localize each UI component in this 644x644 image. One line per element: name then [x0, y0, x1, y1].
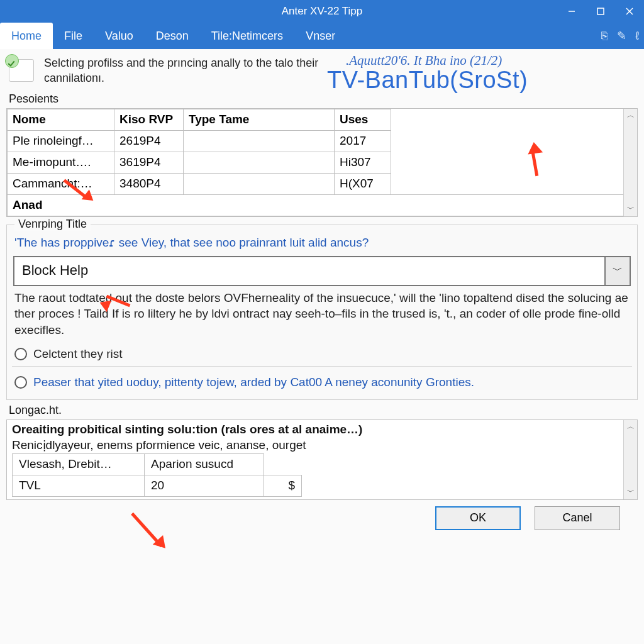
- patients-scrollbar[interactable]: ︿ ﹀: [623, 109, 637, 216]
- document-check-icon: [6, 55, 36, 86]
- scroll-up-icon[interactable]: ︿: [624, 109, 637, 123]
- cell[interactable]: Ple rinoleingf…: [8, 130, 114, 152]
- description-text: Selcting profilss and the prıncing anall…: [44, 55, 346, 86]
- table-footer-row[interactable]: Anad: [8, 194, 638, 216]
- link-icon[interactable]: ℓ: [635, 30, 639, 43]
- cell[interactable]: 20: [145, 475, 264, 496]
- table-row[interactable]: Ple rinoleingf… 2619P4 2017: [8, 130, 638, 152]
- table-header-row: Nome Kiso RVP Type Tame Uses: [8, 109, 638, 130]
- table-row[interactable]: TVL 20 $: [13, 475, 302, 496]
- ok-button[interactable]: OK: [435, 506, 521, 530]
- col-nome[interactable]: Nome: [8, 109, 114, 130]
- tab-valuo[interactable]: Valuo: [94, 23, 145, 49]
- table-row[interactable]: Me-imopunt…. 3619P4 Hi307: [8, 152, 638, 173]
- cell[interactable]: $: [264, 475, 302, 496]
- close-button[interactable]: [615, 0, 644, 23]
- cell[interactable]: 3480P4: [114, 173, 184, 194]
- window-controls: [557, 0, 644, 23]
- dialog-footer: OK Canel: [6, 500, 638, 530]
- scroll-down-icon[interactable]: ﹀: [624, 486, 637, 499]
- svg-rect-1: [597, 8, 604, 14]
- block-help-dropdown[interactable]: Block Help ﹀: [13, 256, 631, 286]
- cell[interactable]: Aparion susucd: [145, 453, 264, 475]
- cell[interactable]: H(X07: [335, 173, 391, 194]
- table-footer-cell[interactable]: Anad: [8, 194, 638, 216]
- radio-icon[interactable]: [14, 348, 27, 360]
- solutions-title: Oreaiting probitical sinting solu:tion (…: [12, 423, 622, 436]
- patients-table[interactable]: Nome Kiso RVP Type Tame Uses Ple rinolei…: [7, 109, 637, 216]
- solutions-scrollbar[interactable]: ︿ ﹀: [623, 420, 637, 499]
- window-titlebar: Anter XV-22 Tipp: [0, 0, 644, 23]
- solutions-subtitle: Renicịdlyayeur, enems pformience veic, a…: [12, 438, 622, 452]
- solutions-container: Oreaiting probitical sinting solu:tion (…: [6, 419, 638, 500]
- annotation-big-text: TV-BanTub(SroSt): [327, 67, 528, 94]
- radio-label-link: Peaser that yited uoduy, pittenty tojew,…: [33, 375, 474, 389]
- tab-tile-netimcers[interactable]: Tile:Netimcers: [200, 23, 294, 49]
- cell[interactable]: Cammancht:…: [8, 173, 114, 194]
- cancel-button[interactable]: Canel: [535, 506, 620, 530]
- venrping-groupbox: Venrping Title 'The has proppiveɾ see Vi…: [6, 225, 638, 400]
- minimize-button[interactable]: [557, 0, 586, 23]
- ribbon-tabs: Home File Valuo Deson Tile:Netimcers Vns…: [0, 23, 644, 49]
- tab-vnser[interactable]: Vnser: [294, 23, 347, 49]
- cell[interactable]: 2017: [335, 130, 391, 152]
- tab-file[interactable]: File: [53, 23, 94, 49]
- patients-table-container: Nome Kiso RVP Type Tame Uses Ple rinolei…: [6, 108, 638, 217]
- window-title: Anter XV-22 Tipp: [0, 5, 644, 18]
- cell[interactable]: 2619P4: [114, 130, 184, 152]
- radio-option-1[interactable]: Celctent they rist: [14, 347, 630, 361]
- col-kiso-rvp[interactable]: Kiso RVP: [114, 109, 184, 130]
- tab-deson[interactable]: Deson: [145, 23, 200, 49]
- cell[interactable]: TVL: [13, 475, 145, 496]
- radio-label: Celctent they rist: [33, 347, 123, 361]
- cell[interactable]: 3619P4: [114, 152, 184, 173]
- longac-label: Longac.ht.: [9, 404, 638, 417]
- maximize-button[interactable]: [586, 0, 615, 23]
- cell[interactable]: Vlesash, Drebit…: [13, 453, 145, 475]
- scroll-up-icon[interactable]: ︿: [624, 420, 637, 434]
- radio-option-2[interactable]: Peaser that yited uoduy, pittenty tojew,…: [14, 375, 630, 389]
- solutions-table[interactable]: Vlesash, Drebit… Aparion susucd TVL 20 $: [12, 453, 302, 497]
- scroll-down-icon[interactable]: ﹀: [624, 203, 637, 216]
- table-row[interactable]: Cammancht:… 3480P4 H(X07: [8, 173, 638, 194]
- col-uses[interactable]: Uses: [335, 109, 391, 130]
- pointer-icon[interactable]: ✎: [617, 29, 626, 43]
- patients-label: Pesoients: [9, 92, 638, 106]
- description-row: Selcting profilss and the prıncing anall…: [6, 49, 638, 91]
- tab-home[interactable]: Home: [0, 23, 53, 49]
- venrping-paragraph: The raout todtated out the doste belors …: [14, 290, 630, 338]
- chevron-down-icon[interactable]: ﹀: [604, 256, 631, 286]
- cell[interactable]: [184, 130, 335, 152]
- venrping-legend: Venrping Title: [14, 218, 91, 231]
- table-row[interactable]: Vlesash, Drebit… Aparion susucd: [13, 453, 302, 475]
- dropdown-value[interactable]: Block Help: [13, 256, 604, 286]
- cell[interactable]: Hi307: [335, 152, 391, 173]
- venrping-question: 'The has proppiveɾ see Viey, that see no…: [14, 235, 630, 250]
- radio-icon[interactable]: [14, 376, 27, 389]
- content-area: Selcting profilss and the prıncing anall…: [0, 49, 644, 644]
- cell[interactable]: Me-imopunt….: [8, 152, 114, 173]
- cell[interactable]: [184, 173, 335, 194]
- cell[interactable]: [184, 152, 335, 173]
- share-icon[interactable]: ⎘: [601, 30, 608, 43]
- col-type-tame[interactable]: Type Tame: [184, 109, 335, 130]
